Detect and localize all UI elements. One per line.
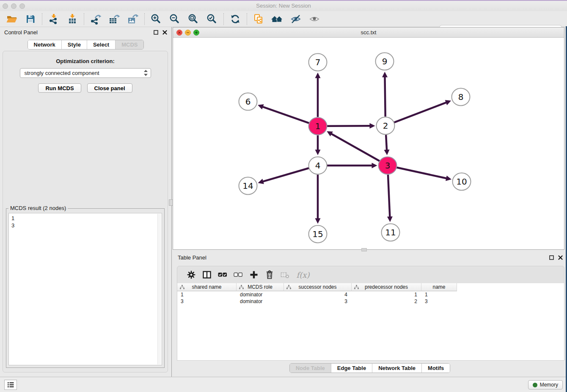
save-session-button[interactable]	[21, 12, 40, 26]
cell-name[interactable]: 1	[421, 291, 457, 298]
graph-node-label-3: 3	[385, 160, 391, 171]
graph-edge-3-11[interactable]	[388, 174, 390, 217]
import-network-button[interactable]	[44, 12, 63, 26]
tab-motifs[interactable]: Motifs	[421, 364, 450, 373]
delete-column-button[interactable]	[261, 268, 277, 281]
export-table-icon	[108, 14, 120, 25]
table-panel: Table Panel	[173, 252, 567, 377]
column-visibility-button[interactable]	[199, 268, 215, 281]
hierarchy-icon	[354, 285, 359, 290]
table-row[interactable]: 1 dominator 4 1 1	[177, 291, 564, 298]
mcds-result-textarea[interactable]: 1 3	[8, 213, 162, 365]
import-table-button[interactable]	[63, 12, 82, 26]
run-mcds-button[interactable]: Run MCDS	[38, 83, 81, 93]
graph-edge-3-10[interactable]	[396, 168, 447, 179]
hide-graphics-details-button[interactable]	[286, 12, 305, 26]
node-table: shared name MCDS role successor nodes	[177, 283, 564, 360]
graph-node-label-1: 1	[315, 121, 321, 131]
home-views-button[interactable]	[268, 12, 286, 26]
cell-predecessor-nodes[interactable]: 2	[352, 298, 421, 305]
cell-mcds-role[interactable]: dominator	[237, 291, 284, 298]
table-row[interactable]: 3 dominator 3 2 3	[177, 298, 564, 305]
network-graph[interactable]: 7968124314101511	[173, 38, 564, 249]
add-column-button[interactable]	[246, 268, 261, 281]
horizontal-divider-grip[interactable]	[361, 248, 367, 251]
save-floppy-icon	[25, 14, 36, 24]
zoom-selected-button[interactable]	[203, 12, 221, 26]
select-all-checkboxes-button[interactable]	[215, 268, 230, 281]
cell-successor-nodes[interactable]: 4	[284, 291, 352, 298]
graph-edge-arrowhead	[315, 73, 321, 78]
memory-status-dot	[533, 383, 537, 387]
trash-icon	[265, 270, 274, 279]
graph-edge-3-1[interactable]	[331, 133, 380, 161]
export-network-button[interactable]	[86, 12, 105, 26]
graph-edge-arrowhead	[382, 72, 388, 77]
zoom-in-button[interactable]	[147, 12, 165, 26]
export-table-button[interactable]	[105, 12, 124, 26]
open-folder-icon	[6, 14, 18, 25]
open-session-button[interactable]	[3, 12, 21, 26]
show-graphics-details-button[interactable]	[305, 12, 324, 26]
network-window-titlebar[interactable]: scc.txt	[173, 28, 564, 38]
close-panel-button[interactable]: Close panel	[87, 83, 132, 93]
column-header-mcds-role[interactable]: MCDS role	[237, 283, 284, 291]
zoom-out-button[interactable]	[165, 12, 184, 26]
delete-table-button[interactable]	[277, 268, 293, 281]
cell-name[interactable]: 3	[421, 298, 457, 305]
cell-shared-name[interactable]: 3	[177, 298, 237, 305]
control-panel-header: Control Panel	[0, 27, 171, 37]
export-image-button[interactable]	[124, 12, 142, 26]
graph-edge-2-9[interactable]	[385, 76, 385, 116]
network-canvas[interactable]: 7968124314101511	[173, 38, 564, 249]
graph-edge-1-2[interactable]	[327, 126, 370, 126]
close-panel-icon[interactable]	[162, 30, 167, 35]
deselect-all-checkboxes-button[interactable]	[230, 268, 246, 281]
zoom-in-icon	[151, 14, 162, 25]
tab-node-table[interactable]: Node Table	[290, 364, 331, 373]
gear-icon	[187, 271, 195, 279]
column-header-shared-name[interactable]: shared name	[177, 283, 237, 291]
tab-style[interactable]: Style	[61, 40, 87, 49]
graph-edge-4-14[interactable]	[262, 168, 309, 182]
memory-button[interactable]: Memory	[528, 380, 563, 389]
status-bar: Memory	[0, 377, 567, 392]
zoom-fit-button[interactable]	[184, 12, 203, 26]
float-table-panel-icon[interactable]	[549, 255, 554, 260]
tab-mcds[interactable]: MCDS	[115, 40, 143, 49]
copy-current-view-button[interactable]	[249, 12, 268, 26]
table-tabbar: Node Table Edge Table Network Table Moti…	[173, 363, 567, 373]
result-scrollbar-track[interactable]	[157, 214, 161, 364]
graph-edge-1-6[interactable]	[262, 107, 309, 123]
cell-mcds-role[interactable]: dominator	[237, 298, 284, 305]
float-panel-icon[interactable]	[154, 30, 158, 35]
graph-node-label-11: 11	[385, 227, 396, 237]
graph-edge-2-3[interactable]	[386, 135, 387, 150]
cell-successor-nodes[interactable]: 3	[284, 298, 352, 305]
table-settings-button[interactable]	[183, 268, 199, 281]
column-header-predecessor-nodes[interactable]: predecessor nodes	[352, 283, 421, 291]
graph-edge-2-8[interactable]	[394, 102, 447, 123]
tab-select[interactable]: Select	[87, 40, 115, 49]
column-header-name[interactable]: name	[421, 283, 457, 291]
tab-network[interactable]: Network	[28, 40, 61, 49]
refresh-view-button[interactable]	[226, 12, 245, 26]
hierarchy-icon	[180, 285, 184, 290]
tab-network-table[interactable]: Network Table	[372, 364, 421, 373]
checked-boxes-icon	[218, 272, 227, 277]
cell-predecessor-nodes[interactable]: 1	[352, 291, 421, 298]
graph-node-label-10: 10	[456, 177, 467, 187]
zoom-selected-icon	[206, 14, 217, 25]
copy-share-icon	[253, 14, 264, 25]
close-table-panel-icon[interactable]	[558, 255, 563, 260]
memory-label: Memory	[540, 382, 558, 388]
export-image-icon	[127, 14, 139, 25]
cell-shared-name[interactable]: 1	[177, 291, 237, 298]
criterion-dropdown[interactable]: strongly connected component	[20, 68, 151, 78]
tab-edge-table[interactable]: Edge Table	[331, 364, 372, 373]
column-header-successor-nodes[interactable]: successor nodes	[284, 283, 352, 291]
graph-node-label-2: 2	[383, 121, 388, 131]
control-panel-tabbar: Network Style Select MCDS	[0, 40, 171, 50]
function-builder-button[interactable]: f(x)	[293, 268, 313, 281]
task-history-button[interactable]	[4, 380, 17, 390]
